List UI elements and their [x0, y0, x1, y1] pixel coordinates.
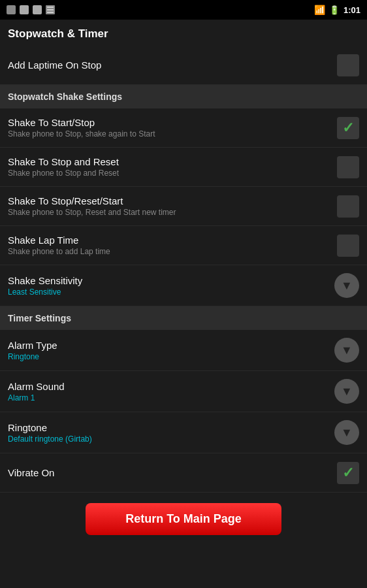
ringtone-dropdown[interactable]: ▼: [334, 420, 359, 445]
shake-start-stop-row[interactable]: Shake To Start/Stop Shake phone to Stop,…: [0, 108, 367, 148]
vibrate-on-text: Vibrate On: [8, 467, 337, 478]
status-bar: 📶 🔋 1:01: [0, 0, 367, 20]
shake-stop-reset-subtitle: Shake phone to Stop and Reset: [8, 169, 337, 178]
settings-content: Stopwatch & Timer Add Laptime On Stop ✓ …: [0, 20, 367, 588]
notification-icon-2: [20, 5, 29, 14]
ringtone-row[interactable]: Ringtone Default ringtone (Girtab) ▼: [0, 412, 367, 453]
shake-stop-reset-start-text: Shake To Stop/Reset/Start Shake phone to…: [8, 195, 337, 217]
battery-icon: 🔋: [329, 5, 340, 15]
wifi-icon: 📶: [314, 5, 325, 15]
shake-start-stop-title: Shake To Start/Stop: [8, 117, 337, 128]
add-laptime-title: Add Laptime On Stop: [8, 59, 337, 71]
shake-sensitivity-row[interactable]: Shake Sensitivity Least Sensitive ▼: [0, 265, 367, 306]
notification-icon-1: [7, 5, 16, 14]
shake-stop-reset-text: Shake To Stop and Reset Shake phone to S…: [8, 156, 337, 178]
ringtone-text: Ringtone Default ringtone (Girtab): [8, 422, 334, 444]
notification-icon-4: [46, 5, 55, 14]
shake-sensitivity-text: Shake Sensitivity Least Sensitive: [8, 275, 334, 297]
shake-stop-reset-start-checkbox[interactable]: ✓: [337, 195, 359, 218]
app-title: Stopwatch & Timer: [0, 20, 367, 46]
vibrate-on-checkmark: ✓: [342, 465, 354, 482]
shake-lap-checkbox[interactable]: ✓: [337, 235, 359, 257]
notification-icon-3: [33, 5, 42, 14]
alarm-type-arrow: ▼: [341, 344, 353, 357]
ringtone-arrow: ▼: [341, 426, 353, 440]
alarm-sound-text: Alarm Sound Alarm 1: [8, 381, 334, 402]
shake-start-stop-subtitle: Shake phone to Stop, shake again to Star…: [8, 129, 337, 139]
status-bar-left-icons: [7, 5, 55, 14]
shake-start-stop-checkbox[interactable]: ✓: [337, 117, 359, 139]
alarm-type-text: Alarm Type Ringtone: [8, 340, 334, 361]
shake-sensitivity-arrow: ▼: [341, 279, 353, 293]
shake-sensitivity-dropdown[interactable]: ▼: [334, 273, 359, 298]
shake-sensitivity-subtitle: Least Sensitive: [8, 287, 334, 297]
alarm-sound-title: Alarm Sound: [8, 381, 334, 392]
status-bar-right: 📶 🔋 1:01: [314, 5, 360, 15]
alarm-type-subtitle: Ringtone: [8, 352, 334, 361]
shake-sensitivity-title: Shake Sensitivity: [8, 275, 334, 286]
shake-stop-reset-title: Shake To Stop and Reset: [8, 156, 337, 167]
time-display: 1:01: [343, 5, 360, 15]
shake-settings-header: Stopwatch Shake Settings: [0, 85, 367, 108]
timer-settings-header: Timer Settings: [0, 306, 367, 330]
alarm-sound-row[interactable]: Alarm Sound Alarm 1 ▼: [0, 371, 367, 412]
shake-lap-title: Shake Lap Time: [8, 235, 337, 246]
vibrate-on-checkbox[interactable]: ✓: [337, 462, 359, 484]
ringtone-title: Ringtone: [8, 422, 334, 433]
ringtone-subtitle: Default ringtone (Girtab): [8, 434, 334, 444]
add-laptime-row[interactable]: Add Laptime On Stop ✓: [0, 46, 367, 85]
alarm-sound-subtitle: Alarm 1: [8, 393, 334, 402]
shake-start-stop-text: Shake To Start/Stop Shake phone to Stop,…: [8, 117, 337, 139]
return-button-container: Return To Main Page: [0, 493, 367, 546]
return-to-main-button[interactable]: Return To Main Page: [86, 503, 281, 535]
alarm-type-title: Alarm Type: [8, 340, 334, 351]
shake-stop-reset-start-subtitle: Shake phone to Stop, Reset and Start new…: [8, 208, 337, 217]
add-laptime-checkbox[interactable]: ✓: [337, 54, 359, 76]
alarm-sound-arrow: ▼: [341, 385, 353, 399]
shake-lap-row[interactable]: Shake Lap Time Shake phone to add Lap ti…: [0, 226, 367, 265]
alarm-type-row[interactable]: Alarm Type Ringtone ▼: [0, 330, 367, 371]
shake-stop-reset-start-row[interactable]: Shake To Stop/Reset/Start Shake phone to…: [0, 187, 367, 226]
alarm-type-dropdown[interactable]: ▼: [334, 338, 359, 363]
shake-stop-reset-checkbox[interactable]: ✓: [337, 156, 359, 178]
shake-stop-reset-start-title: Shake To Stop/Reset/Start: [8, 195, 337, 206]
shake-stop-reset-row[interactable]: Shake To Stop and Reset Shake phone to S…: [0, 148, 367, 187]
alarm-sound-dropdown[interactable]: ▼: [334, 379, 359, 404]
shake-lap-subtitle: Shake phone to add Lap time: [8, 247, 337, 256]
vibrate-on-row[interactable]: Vibrate On ✓: [0, 453, 367, 493]
shake-lap-text: Shake Lap Time Shake phone to add Lap ti…: [8, 235, 337, 256]
shake-start-stop-checkmark: ✓: [342, 120, 354, 137]
vibrate-on-title: Vibrate On: [8, 467, 337, 478]
add-laptime-text: Add Laptime On Stop: [8, 59, 337, 71]
